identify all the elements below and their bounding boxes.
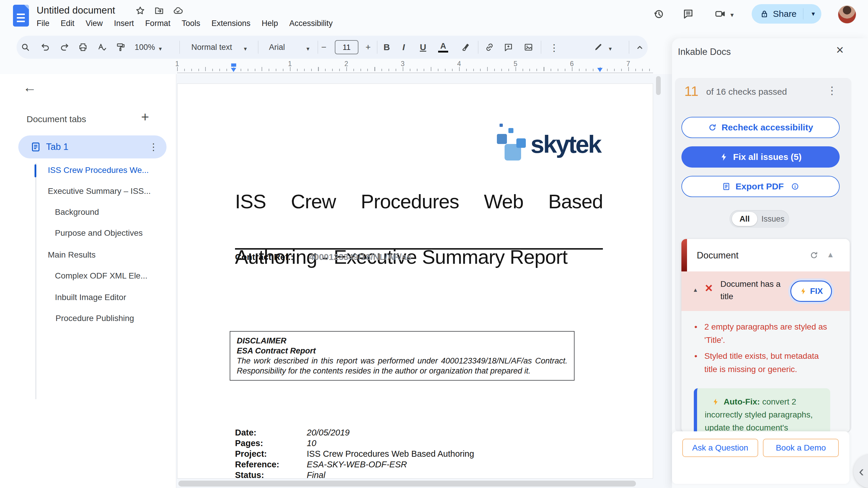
docs-logo[interactable]	[13, 5, 29, 27]
autofix-suggestion[interactable]: Auto-Fix: convert 2 incorrectly styled p…	[694, 388, 830, 432]
cloud-status-icon[interactable]	[173, 6, 183, 15]
meet-caret-icon[interactable]: ▾	[731, 12, 734, 18]
outline-item[interactable]: ISS Crew Procedures We...	[48, 165, 149, 175]
move-folder-icon[interactable]	[154, 6, 164, 15]
meta-row[interactable]: Status:	[235, 470, 264, 479]
italic-button[interactable]: I	[402, 42, 405, 52]
share-button[interactable]: Share ▾	[752, 4, 822, 24]
share-caret-icon[interactable]: ▾	[807, 11, 819, 17]
skytek-logo: skytek	[494, 118, 609, 165]
outline-item[interactable]: Background	[55, 207, 99, 217]
insert-link-icon[interactable]	[485, 42, 494, 52]
horizontal-ruler[interactable]: 1 1 2 3 4 5 6 7	[177, 60, 653, 74]
toggle-issues[interactable]: Issues	[762, 210, 784, 228]
paragraph-style-select[interactable]: Normal text	[191, 43, 232, 52]
toggle-all[interactable]: All	[732, 212, 757, 226]
recheck-accessibility-button[interactable]: Recheck accessibility	[681, 117, 840, 138]
menu-format[interactable]: Format	[145, 19, 170, 28]
left-indent-marker[interactable]	[231, 68, 236, 72]
issue-expand-icon[interactable]: ▲	[693, 287, 698, 293]
back-arrow-icon[interactable]: ←	[23, 80, 37, 94]
font-caret-icon[interactable]: ▾	[306, 45, 309, 52]
paint-format-icon[interactable]	[116, 42, 125, 52]
ask-question-button[interactable]: Ask a Question	[682, 439, 758, 457]
meta-row[interactable]: Date:	[235, 428, 256, 437]
meta-row[interactable]: Reference:	[235, 460, 279, 469]
toolbar-overflow-icon[interactable]: ⋮	[550, 42, 559, 54]
highlight-color-icon[interactable]	[460, 42, 470, 52]
menu-edit[interactable]: Edit	[61, 19, 75, 28]
inkable-docs-panel: Inkable Docs × 11 of 16 checks passed ⋮ …	[672, 38, 868, 488]
outline-item[interactable]: Executive Summary – ISS...	[48, 186, 151, 196]
comments-icon[interactable]	[683, 8, 694, 20]
outline-item[interactable]: Purpose and Objectives	[55, 228, 143, 238]
fix-button[interactable]: FIX	[790, 281, 832, 302]
undo-icon[interactable]	[41, 42, 50, 52]
spellcheck-icon[interactable]	[97, 42, 106, 52]
font-size-increase[interactable]: +	[366, 42, 371, 52]
meta-row[interactable]: Project:	[235, 449, 267, 459]
document-title[interactable]: Untitled document	[37, 5, 115, 16]
toolbar: 100% ▾ Normal text ▾ Arial ▾ − 11 + B I …	[17, 36, 648, 59]
menu-extensions[interactable]: Extensions	[211, 19, 250, 28]
export-pdf-button[interactable]: Export PDF	[681, 176, 840, 197]
horizontal-scrollbar[interactable]	[178, 481, 636, 487]
style-caret-icon[interactable]: ▾	[244, 45, 247, 52]
hide-menus-icon[interactable]	[635, 42, 645, 52]
editing-mode-caret-icon[interactable]: ▾	[609, 45, 612, 52]
menu-help[interactable]: Help	[261, 19, 278, 28]
editing-mode-pen-icon[interactable]	[593, 42, 603, 52]
checks-card: 11 of 16 checks passed ⋮ Recheck accessi…	[675, 78, 851, 432]
insert-image-icon[interactable]	[524, 42, 533, 52]
menu-view[interactable]: View	[86, 19, 103, 28]
outline-item[interactable]: Complex ODF XML Ele...	[55, 271, 147, 281]
book-demo-button[interactable]: Book a Demo	[763, 439, 839, 457]
redo-icon[interactable]	[60, 42, 69, 52]
version-history-icon[interactable]	[653, 8, 664, 20]
lock-icon	[760, 9, 769, 18]
card-refresh-icon[interactable]	[810, 251, 818, 260]
disclaimer-body: The work described in this report was pe…	[237, 356, 567, 376]
vertical-scrollbar[interactable]	[656, 76, 661, 95]
search-menus-icon[interactable]	[21, 42, 30, 52]
meta-row[interactable]: Pages:	[235, 438, 263, 448]
fix-all-issues-button[interactable]: Fix all issues (5)	[681, 147, 840, 168]
avatar[interactable]	[838, 5, 856, 24]
right-indent-marker[interactable]	[597, 68, 602, 72]
document-page[interactable]: skytek ISS Crew Procedures Web Based Aut…	[177, 84, 653, 479]
bold-button[interactable]: B	[383, 42, 390, 52]
meet-video-icon[interactable]	[714, 8, 726, 20]
filter-toggle[interactable]: All Issues	[730, 210, 789, 228]
text-color-button[interactable]: A	[438, 42, 448, 53]
bullet-dot: •	[694, 349, 698, 376]
tab-options-icon[interactable]: ⋮	[149, 141, 158, 153]
add-tab-icon[interactable]: +	[141, 110, 149, 124]
zoom-caret-icon[interactable]: ▾	[159, 45, 162, 52]
tab-item-selected[interactable]: Tab 1 ⋮	[18, 135, 166, 158]
card-collapse-icon[interactable]: ▲	[827, 250, 834, 259]
outline-item[interactable]: Main Results	[48, 250, 96, 260]
first-line-indent-marker[interactable]	[231, 63, 236, 67]
panel-close-icon[interactable]: ×	[836, 42, 844, 57]
underline-button[interactable]: U	[420, 42, 426, 52]
issue-row[interactable]: ▲ × Document has a title FIX	[681, 271, 850, 311]
contract-ref-row[interactable]: Contract Ref.: 4000123349/18/NL/AF/as	[235, 252, 603, 262]
disclaimer-box[interactable]: DISCLAIMER ESA Contract Report The work …	[230, 331, 575, 381]
menu-tools[interactable]: Tools	[182, 19, 200, 28]
zoom-select[interactable]: 100%	[135, 43, 155, 52]
print-icon[interactable]	[78, 42, 88, 52]
menu-insert[interactable]: Insert	[114, 19, 134, 28]
outline-item[interactable]: Procedure Publishing	[56, 313, 134, 323]
font-select[interactable]: Arial	[269, 43, 285, 52]
add-comment-icon[interactable]	[504, 42, 513, 52]
font-size-decrease[interactable]: −	[321, 42, 327, 52]
font-size-input[interactable]: 11	[335, 40, 359, 54]
info-icon[interactable]	[791, 182, 799, 191]
disclaimer-subtitle: ESA Contract Report	[237, 346, 567, 356]
checks-overflow-icon[interactable]: ⋮	[827, 85, 837, 97]
document-canvas: skytek ISS Crew Procedures Web Based Aut…	[176, 74, 672, 488]
menu-accessibility[interactable]: Accessibility	[289, 19, 333, 28]
outline-item[interactable]: Inbuilt Image Editor	[55, 292, 126, 302]
star-icon[interactable]	[135, 6, 145, 15]
menu-file[interactable]: File	[37, 19, 50, 28]
